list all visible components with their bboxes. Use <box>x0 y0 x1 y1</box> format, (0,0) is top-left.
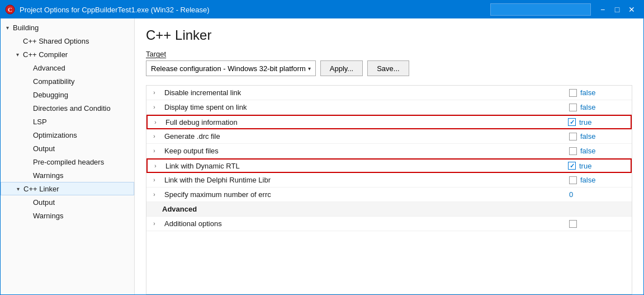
sidebar-item-optimizations[interactable]: Optimizations <box>1 128 134 142</box>
expand-icon[interactable]: › <box>146 148 162 154</box>
target-dropdown[interactable]: Release configuration - Windows 32-bit p… <box>146 60 316 76</box>
main-panel: C++ Linker Target Release configuration … <box>135 18 643 294</box>
sidebar-item-directories[interactable]: Directories and Conditio <box>1 101 134 115</box>
sidebar-item-label: Output <box>33 198 55 207</box>
prop-row-display-time: ›Display time spent on linkfalse <box>146 100 632 115</box>
close-button[interactable]: ✕ <box>624 2 639 17</box>
prop-name-label: Additional options <box>162 219 565 228</box>
prop-checkbox[interactable] <box>569 89 577 97</box>
sidebar-item-label: C++ Linker <box>23 185 59 193</box>
prop-value-cell: true <box>564 118 631 127</box>
sidebar-item-output[interactable]: Output <box>1 142 134 155</box>
prop-row-specify-max-errors: ›Specify maximum number of errc0 <box>146 188 632 202</box>
sidebar-item-building[interactable]: ▾Building <box>1 21 134 34</box>
prop-row-full-debug: ›Full debug informationtrue <box>146 115 632 129</box>
prop-value-text: true <box>579 162 591 170</box>
sidebar-item-label: Optimizations <box>33 131 77 139</box>
expand-icon[interactable]: › <box>146 104 162 110</box>
save-button[interactable]: Save... <box>367 60 409 76</box>
properties-table: ›Disable incremental linkfalse›Display t… <box>146 85 632 294</box>
sidebar-item-label: Warnings <box>33 212 63 220</box>
sidebar-item-compatibility[interactable]: Compatibility <box>1 74 134 88</box>
sidebar-item-cpp-linker[interactable]: ▾C++ Linker <box>1 182 134 195</box>
sidebar-item-label: Building <box>13 24 39 32</box>
prop-row-generate-drc: ›Generate .drc filefalse <box>146 129 632 144</box>
apply-button[interactable]: Apply... <box>320 60 363 76</box>
prop-value-text: true <box>579 118 591 127</box>
sidebar-item-label: Directories and Conditio <box>33 104 111 113</box>
window-title: Project Options for CppBuilderTest1.exe … <box>20 6 490 14</box>
prop-value-cell: false <box>565 103 632 111</box>
prop-name-label: Generate .drc file <box>162 132 565 141</box>
sidebar-item-advanced[interactable]: Advanced <box>1 61 134 74</box>
main-window: C Project Options for CppBuilderTest1.ex… <box>0 0 644 295</box>
prop-row-additional-options: ›Additional options <box>146 217 632 231</box>
sidebar-item-cpp-shared[interactable]: C++ Shared Options <box>1 34 134 48</box>
prop-name-label: Disable incremental link <box>162 88 565 97</box>
prop-checkbox[interactable] <box>569 176 577 184</box>
prop-row-link-dynamic-rtl: ›Link with Dynamic RTLtrue <box>146 158 632 173</box>
sidebar-item-precompiled[interactable]: Pre-compiled headers <box>1 155 134 168</box>
target-label: Target <box>146 50 632 58</box>
prop-checkbox[interactable] <box>568 162 576 170</box>
maximize-button[interactable]: □ <box>610 2 624 17</box>
expand-icon[interactable]: › <box>148 119 163 125</box>
sidebar-item-output-linker[interactable]: Output <box>1 195 134 209</box>
chevron-down-icon: ▾ <box>308 65 311 72</box>
sidebar-item-warnings-compiler[interactable]: Warnings <box>1 168 134 182</box>
expand-icon[interactable]: › <box>146 191 162 198</box>
prop-row-disable-incremental: ›Disable incremental linkfalse <box>146 86 632 100</box>
prop-value-cell: false <box>565 176 632 184</box>
app-icon: C <box>5 4 15 15</box>
content-area: ▾BuildingC++ Shared Options▾C++ Compiler… <box>1 18 643 294</box>
chevron-icon: ▾ <box>13 184 22 193</box>
expand-icon[interactable]: › <box>146 221 162 227</box>
prop-value-cell: false <box>565 88 632 97</box>
prop-name-label: Full debug information <box>163 118 564 127</box>
expand-icon[interactable]: › <box>146 133 162 139</box>
prop-value-number: 0 <box>569 190 573 199</box>
sidebar-item-label: Warnings <box>33 171 63 180</box>
panel-title: C++ Linker <box>146 27 632 43</box>
sidebar-item-lsp[interactable]: LSP <box>1 115 134 128</box>
prop-name-label: Display time spent on link <box>162 103 565 111</box>
prop-value-text: false <box>580 103 595 111</box>
prop-checkbox[interactable] <box>568 118 576 126</box>
sidebar-item-warnings-linker[interactable]: Warnings <box>1 209 134 222</box>
prop-value-cell <box>565 220 632 228</box>
sidebar: ▾BuildingC++ Shared Options▾C++ Compiler… <box>1 18 135 294</box>
prop-value-cell: true <box>564 162 631 170</box>
minimize-button[interactable]: − <box>595 2 610 17</box>
prop-value-text: false <box>580 147 595 155</box>
expand-icon[interactable]: › <box>146 90 162 96</box>
expand-icon[interactable]: › <box>146 177 162 183</box>
window-controls: − □ ✕ <box>595 2 639 17</box>
prop-checkbox[interactable] <box>569 104 577 111</box>
sidebar-item-debugging[interactable]: Debugging <box>1 88 134 101</box>
prop-value-text: false <box>580 132 595 141</box>
prop-section-advanced-section: Advanced <box>146 202 632 217</box>
prop-checkbox[interactable] <box>569 220 577 228</box>
prop-value-text: false <box>580 176 595 184</box>
prop-name-label: Link with the Delphi Runtime Libr <box>162 176 565 184</box>
section-label: Advanced <box>146 205 197 213</box>
sidebar-item-label: LSP <box>33 118 47 126</box>
sidebar-item-label: Compatibility <box>33 77 74 86</box>
prop-row-link-delphi: ›Link with the Delphi Runtime Librfalse <box>146 173 632 188</box>
prop-checkbox[interactable] <box>569 147 577 155</box>
target-dropdown-text: Release configuration - Windows 32-bit p… <box>151 64 306 73</box>
chevron-icon: ▾ <box>3 23 12 32</box>
sidebar-item-label: C++ Compiler <box>23 50 68 59</box>
sidebar-item-label: Pre-compiled headers <box>33 158 104 166</box>
chevron-icon: ▾ <box>13 50 22 59</box>
sidebar-item-label: Output <box>33 144 55 153</box>
sidebar-item-cpp-compiler[interactable]: ▾C++ Compiler <box>1 48 134 61</box>
search-input[interactable] <box>490 3 591 16</box>
title-bar: C Project Options for CppBuilderTest1.ex… <box>1 1 643 18</box>
prop-checkbox[interactable] <box>569 133 577 141</box>
prop-name-label: Keep output files <box>162 147 565 155</box>
prop-value-text: false <box>580 88 595 97</box>
prop-name-label: Specify maximum number of errc <box>162 190 565 199</box>
prop-value-cell: 0 <box>565 190 632 199</box>
expand-icon[interactable]: › <box>148 163 163 169</box>
